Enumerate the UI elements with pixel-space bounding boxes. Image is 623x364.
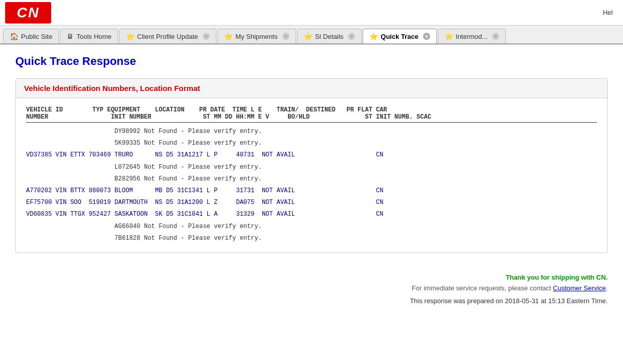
- tab-quick-trace[interactable]: ⭐Quick Trace×: [363, 29, 437, 43]
- thank-you-text: Thank you for shipping with CN.: [15, 274, 608, 281]
- card-body: VEHICLE ID TYP EQUIPMENT LOCATION PR DAT…: [16, 98, 607, 253]
- tab-label-intermodal: Intermod...: [456, 33, 487, 40]
- header: CN Hel: [0, 0, 623, 26]
- main-content: Quick Trace Response Vehicle Identificat…: [0, 44, 623, 263]
- tab-close-quick-trace[interactable]: ×: [423, 33, 430, 40]
- tab-tools-home[interactable]: 🖥Tools Home: [60, 29, 118, 43]
- table-row: B282956 Not Found - Please verify entry.: [26, 173, 597, 185]
- table-row: VD37385 VIN ETTX 703469 TRURO NS D5 31A1…: [26, 149, 597, 161]
- table-row: L072645 Not Found - Please verify entry.: [26, 162, 597, 173]
- tab-bar: 🏠Public Site🖥Tools Home⭐Client Profile U…: [0, 26, 623, 44]
- tab-label-public-site: Public Site: [21, 33, 52, 40]
- tab-close-my-shipments[interactable]: ×: [282, 33, 290, 40]
- help-text: Hel: [603, 9, 618, 16]
- footer: Thank you for shipping with CN. For imme…: [0, 263, 623, 315]
- service-text: For immediate service requests, please c…: [15, 284, 608, 292]
- data-table: VEHICLE ID TYP EQUIPMENT LOCATION PR DAT…: [26, 106, 597, 244]
- cn-logo: CN: [5, 2, 51, 24]
- tab-close-si-details[interactable]: ×: [348, 33, 355, 40]
- tab-icon-si-details: ⭐: [304, 32, 313, 40]
- table-row: EF75700 VIN SOO 519019 DARTMOUTH NS D5 3…: [26, 197, 597, 209]
- customer-service-link[interactable]: Customer Service: [553, 284, 606, 292]
- tab-icon-tools-home: 🖥: [66, 32, 74, 40]
- tab-label-tools-home: Tools Home: [76, 33, 112, 40]
- prepared-text: This response was prepared on 2018-05-31…: [15, 297, 608, 305]
- tab-icon-intermodal: ⭐: [444, 32, 453, 40]
- tab-icon-my-shipments: ⭐: [224, 32, 233, 40]
- table-row: 7B61828 Not Found - Please verify entry.: [26, 233, 597, 244]
- tab-label-client-profile-update: Client Profile Update: [137, 33, 198, 40]
- tab-public-site[interactable]: 🏠Public Site: [3, 29, 59, 43]
- page-title: Quick Trace Response: [15, 55, 608, 68]
- table-row: VD60835 VIN TTGX 952427 SASKATOON SK D5 …: [26, 209, 597, 220]
- tab-icon-client-profile-update: ⭐: [126, 32, 135, 40]
- data-rows: DY98992 Not Found - Please verify entry.…: [26, 126, 597, 244]
- table-row: DY98992 Not Found - Please verify entry.: [26, 126, 597, 138]
- tab-label-quick-trace: Quick Trace: [381, 33, 418, 40]
- tab-icon-quick-trace: ⭐: [369, 32, 378, 40]
- tab-my-shipments[interactable]: ⭐My Shipments×: [217, 29, 296, 43]
- results-card: Vehicle Identification Numbers, Location…: [15, 78, 608, 253]
- tab-si-details[interactable]: ⭐SI Details×: [297, 29, 362, 43]
- tab-label-si-details: SI Details: [315, 33, 344, 40]
- column-headers: VEHICLE ID TYP EQUIPMENT LOCATION PR DAT…: [26, 106, 597, 123]
- tab-intermodal[interactable]: ⭐Intermod...×: [438, 29, 506, 43]
- card-header: Vehicle Identification Numbers, Location…: [16, 79, 607, 98]
- tab-label-my-shipments: My Shipments: [235, 33, 277, 40]
- tab-close-client-profile-update[interactable]: ×: [203, 33, 210, 40]
- tab-icon-public-site: 🏠: [10, 32, 18, 40]
- logo-area: CN: [5, 2, 51, 24]
- table-row: A770202 VIN BTTX 880073 BLOOM MB D5 31C1…: [26, 185, 597, 197]
- table-row: AG66840 Not Found - Please verify entry.: [26, 221, 597, 233]
- tab-client-profile-update[interactable]: ⭐Client Profile Update×: [119, 29, 216, 43]
- table-row: 5K99335 Not Found - Please verify entry.: [26, 138, 597, 149]
- tab-close-intermodal[interactable]: ×: [492, 33, 499, 40]
